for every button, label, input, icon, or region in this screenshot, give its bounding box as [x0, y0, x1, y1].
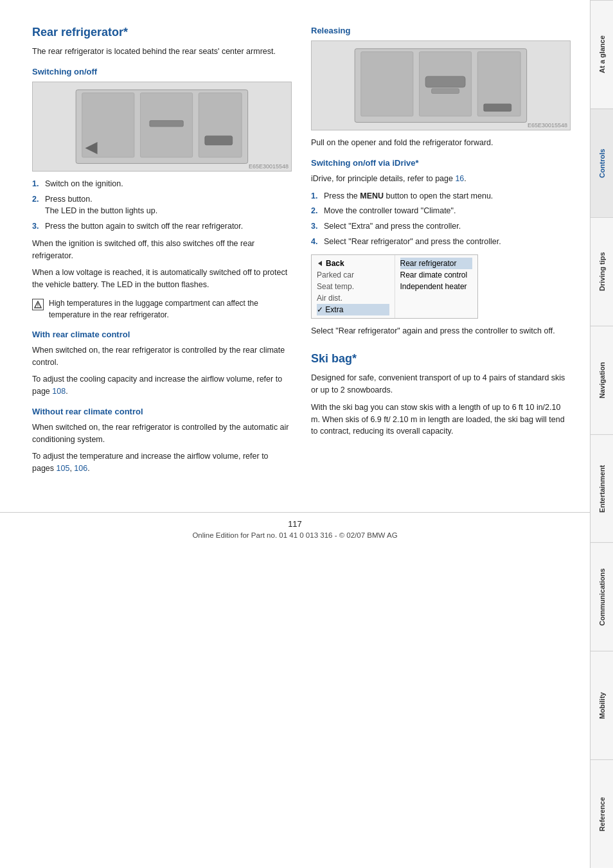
main-content: Rear refrigerator* The rear refrigerator…: [0, 0, 590, 499]
link-page-16[interactable]: 16: [455, 174, 464, 183]
svg-rect-5: [205, 136, 233, 145]
svg-rect-4: [150, 120, 184, 127]
image-label-2: E65E30015548: [528, 122, 567, 128]
switch-off-text: Select "Rear refrigerator" again and pre…: [311, 325, 571, 337]
releasing-title: Releasing: [311, 26, 571, 35]
note-box-temperature: High temperatures in the luggage compart…: [32, 297, 292, 321]
switching-on-off-image: E65E30015548: [32, 82, 292, 172]
menu-extra-selected: ✓ Extra: [317, 304, 389, 315]
image-label-1: E65E30015548: [249, 163, 289, 170]
svg-rect-14: [425, 76, 465, 87]
link-page-105[interactable]: 105: [57, 464, 70, 473]
tab-driving-tips[interactable]: Driving tips: [591, 217, 613, 326]
step-3: 3. Press the button again to switch off …: [32, 220, 292, 233]
switching-on-off-title: Switching on/off: [32, 67, 292, 76]
step-1: 1. Switch on the ignition.: [32, 178, 292, 190]
note-text-temperature: High temperatures in the luggage compart…: [49, 297, 292, 321]
link-page-108[interactable]: 108: [52, 387, 66, 396]
idrive-step-1: 1. Press the MENU button to open the sta…: [311, 190, 571, 202]
right-column: Releasing E65E30015548 Pull on the opene…: [311, 26, 571, 480]
tab-reference[interactable]: Reference: [591, 759, 613, 868]
switching-idrive-title: Switching on/off via iDrive*: [311, 158, 571, 168]
step-2: 2. Press button.The LED in the button li…: [32, 193, 292, 218]
without-rear-climate-text2: To adjust the temperature and increase t…: [32, 450, 292, 475]
menu-back: Back: [317, 258, 389, 269]
idrive-step-3: 3. Select "Extra" and press the controll…: [311, 220, 571, 233]
menu-air-dist: Air dist.: [317, 292, 389, 304]
tab-at-a-glance[interactable]: At a glance: [591, 0, 613, 109]
tab-controls[interactable]: Controls: [591, 109, 613, 217]
footer-copyright: Online Edition for Part no. 01 41 0 013 …: [6, 531, 583, 539]
with-rear-climate-title: With rear climate control: [32, 330, 292, 339]
ski-bag-title: Ski bag*: [311, 352, 571, 366]
menu-seat-temp: Seat temp.: [317, 281, 389, 292]
link-page-106[interactable]: 106: [74, 464, 87, 473]
menu-row-1: Back Parked car Seat temp. Air dist. ✓ E…: [312, 255, 477, 318]
ski-bag-text1: Designed for safe, convenient transport …: [311, 372, 571, 396]
with-rear-climate-text2: To adjust the cooling capacity and incre…: [32, 373, 292, 398]
page-number: 117: [6, 519, 583, 529]
triangle-icon: [32, 299, 44, 310]
svg-rect-11: [361, 51, 413, 116]
tab-entertainment[interactable]: Entertainment: [591, 434, 613, 543]
releasing-text: Pull on the opener and fold the refriger…: [311, 137, 571, 149]
svg-rect-16: [484, 104, 511, 111]
svg-rect-3: [199, 93, 242, 157]
menu-parked-car: Parked car: [317, 269, 389, 281]
rear-refrigerator-title: Rear refrigerator*: [32, 26, 292, 39]
svg-point-9: [37, 306, 38, 307]
without-rear-climate-title: Without rear climate control: [32, 407, 292, 416]
tab-mobility[interactable]: Mobility: [591, 651, 613, 759]
menu-rear-refrigerator: Rear refrigerator: [400, 258, 473, 269]
footer: 117 Online Edition for Part no. 01 41 0 …: [0, 512, 590, 545]
side-navigation: At a glance Controls Driving tips Naviga…: [590, 0, 613, 868]
svg-marker-17: [318, 261, 322, 266]
menu-rear-dimate: Rear dimate control: [400, 269, 473, 281]
svg-rect-15: [432, 89, 459, 94]
tab-communications[interactable]: Communications: [591, 542, 613, 651]
note-low-voltage: When a low voltage is reached, it is aut…: [32, 267, 292, 291]
steps-on-off-list: 1. Switch on the ignition. 2. Press butt…: [32, 178, 292, 233]
intro-text: The rear refrigerator is located behind …: [32, 46, 292, 58]
menu-left-col: Back Parked car Seat temp. Air dist. ✓ E…: [312, 255, 395, 318]
idrive-steps-list: 1. Press the MENU button to open the sta…: [311, 190, 571, 248]
without-rear-climate-text1: When switched on, the rear refrigerator …: [32, 421, 292, 446]
ski-bag-text2: With the ski bag you can stow skis with …: [311, 402, 571, 438]
tab-navigation[interactable]: Navigation: [591, 326, 613, 434]
left-column: Rear refrigerator* The rear refrigerator…: [32, 26, 292, 480]
note-ignition: When the ignition is switched off, this …: [32, 238, 292, 262]
with-rear-climate-text1: When switched on, the rear refrigerator …: [32, 344, 292, 369]
idrive-step-4: 4. Select "Rear refrigerator" and press …: [311, 236, 571, 248]
idrive-step-2: 2. Move the controller toward "Climate".: [311, 205, 571, 217]
idrive-menu-screenshot: Back Parked car Seat temp. Air dist. ✓ E…: [311, 254, 478, 319]
switching-idrive-intro: iDrive, for principle details, refer to …: [311, 173, 571, 185]
menu-independent-heater: Independent heater: [400, 281, 473, 292]
releasing-image: E65E30015548: [311, 40, 571, 130]
menu-right-col: Rear refrigerator Rear dimate control In…: [395, 255, 478, 318]
